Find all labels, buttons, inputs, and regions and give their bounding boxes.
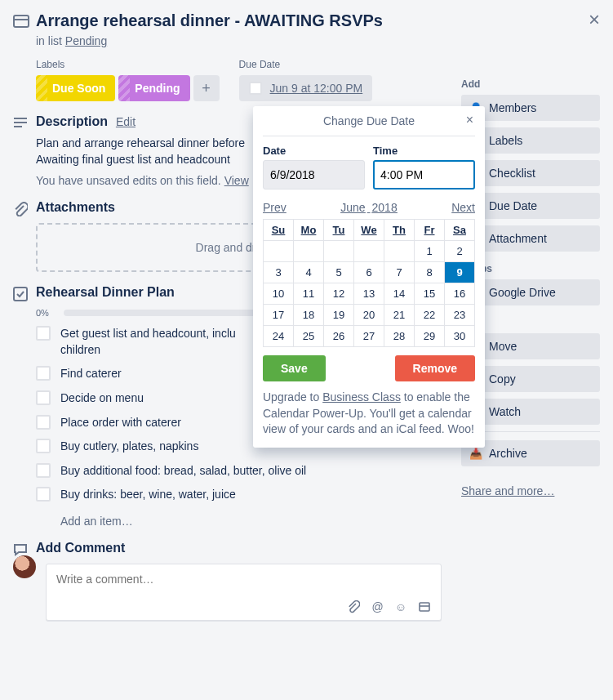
- prev-month-link[interactable]: Prev: [263, 201, 287, 214]
- due-date-text: Jun 9 at 12:00 PM: [270, 82, 363, 95]
- checklist-checkbox[interactable]: [36, 463, 51, 478]
- mention-icon[interactable]: @: [371, 600, 383, 613]
- calendar-day[interactable]: 17: [264, 305, 294, 326]
- calendar-day[interactable]: 19: [324, 305, 354, 326]
- due-date-checkbox[interactable]: [249, 82, 262, 95]
- add-label-button[interactable]: +: [193, 75, 220, 101]
- calendar-day[interactable]: 3: [264, 262, 294, 283]
- calendar-day[interactable]: 20: [354, 305, 384, 326]
- weekday-header: We: [354, 220, 384, 241]
- attach-icon[interactable]: [347, 600, 360, 613]
- checklist-item-text[interactable]: Buy drinks: beer, wine, water, juice: [60, 487, 236, 503]
- checklist-item-text[interactable]: Buy additional food: bread, salad, butte…: [60, 463, 306, 479]
- add-checklist-item[interactable]: Add an item…: [60, 515, 442, 528]
- calendar-day[interactable]: 9: [445, 262, 475, 283]
- checklist-item-text[interactable]: Find caterer: [60, 366, 122, 382]
- card-icon-tool[interactable]: [418, 600, 431, 613]
- calendar-day[interactable]: 26: [324, 326, 354, 347]
- weekday-header: Mo: [294, 220, 324, 241]
- checklist-checkbox[interactable]: [36, 326, 51, 341]
- checklist-item-text[interactable]: Buy cutlery, plates, napkins: [60, 439, 198, 455]
- attachments-heading: Attachments: [36, 200, 115, 215]
- calendar-day[interactable]: 22: [415, 305, 445, 326]
- checklist-icon: [13, 285, 36, 528]
- close-datepicker-icon[interactable]: ×: [466, 113, 473, 127]
- weekday-header: Su: [264, 220, 294, 241]
- calendar-day[interactable]: 29: [415, 326, 445, 347]
- time-label: Time: [373, 145, 475, 157]
- label-due-soon[interactable]: Due Soon: [36, 75, 115, 101]
- datepicker-title: Change Due Date: [323, 114, 415, 127]
- view-edits-link[interactable]: View: [224, 174, 249, 187]
- calendar-day[interactable]: 30: [445, 326, 475, 347]
- calendar-day[interactable]: 15: [415, 283, 445, 305]
- calendar-day[interactable]: 21: [384, 305, 415, 326]
- weekday-header: Tu: [324, 220, 354, 241]
- time-input[interactable]: [373, 160, 475, 189]
- checklist-item: Buy drinks: beer, wine, water, juice: [36, 487, 442, 503]
- add-comment-heading: Add Comment: [36, 541, 125, 555]
- calendar-day: [324, 241, 354, 262]
- calendar-day[interactable]: 5: [324, 262, 354, 283]
- emoji-icon[interactable]: ☺: [395, 600, 406, 613]
- calendar-day[interactable]: 7: [384, 262, 415, 283]
- calendar-day[interactable]: 16: [445, 283, 475, 305]
- list-link[interactable]: Pending: [65, 34, 107, 47]
- weekday-header: Th: [384, 220, 415, 241]
- share-and-more-link[interactable]: Share and more…: [461, 484, 554, 497]
- remove-button[interactable]: Remove: [395, 355, 475, 381]
- date-picker-popover: Change Due Date × Date Time Prev June 20…: [253, 106, 485, 448]
- checklist-item-text[interactable]: Get guest list and headcount, inclu chil…: [60, 326, 236, 358]
- calendar-day[interactable]: 28: [384, 326, 415, 347]
- calendar-day[interactable]: 14: [384, 283, 415, 305]
- card-list-location: in list Pending: [36, 34, 442, 47]
- calendar-day[interactable]: 24: [264, 326, 294, 347]
- calendar-day: [264, 241, 294, 262]
- year-link[interactable]: 2018: [372, 201, 398, 214]
- calendar-day[interactable]: 27: [354, 326, 384, 347]
- calendar-day[interactable]: 25: [294, 326, 324, 347]
- label-pending[interactable]: Pending: [118, 75, 189, 101]
- month-link[interactable]: June: [340, 201, 365, 214]
- calendar-day[interactable]: 13: [354, 283, 384, 305]
- checklist-checkbox[interactable]: [36, 487, 51, 502]
- weekday-header: Fr: [415, 220, 445, 241]
- calendar-day[interactable]: 6: [354, 262, 384, 283]
- calendar-day: [384, 241, 415, 262]
- due-date-heading: Due Date: [239, 59, 373, 70]
- next-month-link[interactable]: Next: [451, 201, 475, 214]
- calendar-day: [354, 241, 384, 262]
- calendar-day[interactable]: 18: [294, 305, 324, 326]
- save-button[interactable]: Save: [263, 355, 326, 381]
- comment-input[interactable]: [56, 573, 431, 586]
- archive-icon: 📥: [469, 448, 482, 460]
- checklist-checkbox[interactable]: [36, 415, 51, 430]
- checklist-item-text[interactable]: Place order with caterer: [60, 415, 181, 431]
- avatar[interactable]: [13, 555, 36, 578]
- calendar-day[interactable]: 4: [294, 262, 324, 283]
- due-date-button[interactable]: Jun 9 at 12:00 PM: [239, 75, 373, 101]
- calendar-grid: SuMoTuWeThFrSa 1234567891011121314151617…: [263, 219, 475, 347]
- calendar-day[interactable]: 11: [294, 283, 324, 305]
- calendar-day[interactable]: 23: [445, 305, 475, 326]
- date-input[interactable]: [263, 160, 365, 189]
- checklist-checkbox[interactable]: [36, 366, 51, 381]
- checklist-item-text[interactable]: Decide on menu: [60, 390, 144, 407]
- progress-percent: 0%: [36, 308, 56, 318]
- checklist-checkbox[interactable]: [36, 390, 51, 405]
- calendar-day[interactable]: 12: [324, 283, 354, 305]
- weekday-header: Sa: [445, 220, 475, 241]
- calendar-day[interactable]: 8: [415, 262, 445, 283]
- calendar-day[interactable]: 2: [445, 241, 475, 262]
- calendar-day[interactable]: 1: [415, 241, 445, 262]
- edit-description-link[interactable]: Edit: [116, 115, 135, 128]
- close-card-icon[interactable]: ×: [589, 8, 600, 31]
- checklist-checkbox[interactable]: [36, 439, 51, 453]
- date-label: Date: [263, 145, 365, 157]
- datepicker-footer: Upgrade to Business Class to enable the …: [263, 390, 475, 438]
- checklist-heading: Rehearsal Dinner Plan: [36, 285, 175, 300]
- description-heading: Description: [36, 114, 108, 129]
- business-class-link[interactable]: Business Class: [322, 390, 401, 404]
- calendar-day[interactable]: 10: [264, 283, 294, 305]
- svg-rect-5: [14, 288, 27, 301]
